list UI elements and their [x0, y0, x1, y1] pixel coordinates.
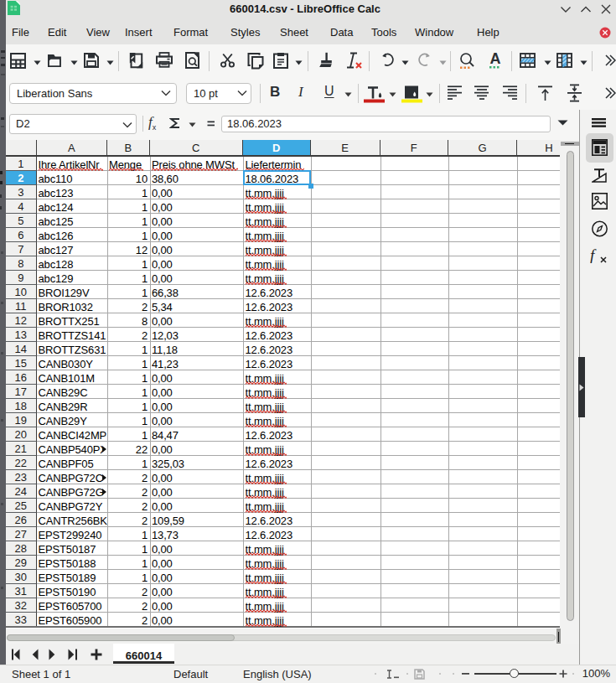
- svg-text:f: f: [590, 248, 597, 263]
- svg-text:A: A: [490, 51, 501, 67]
